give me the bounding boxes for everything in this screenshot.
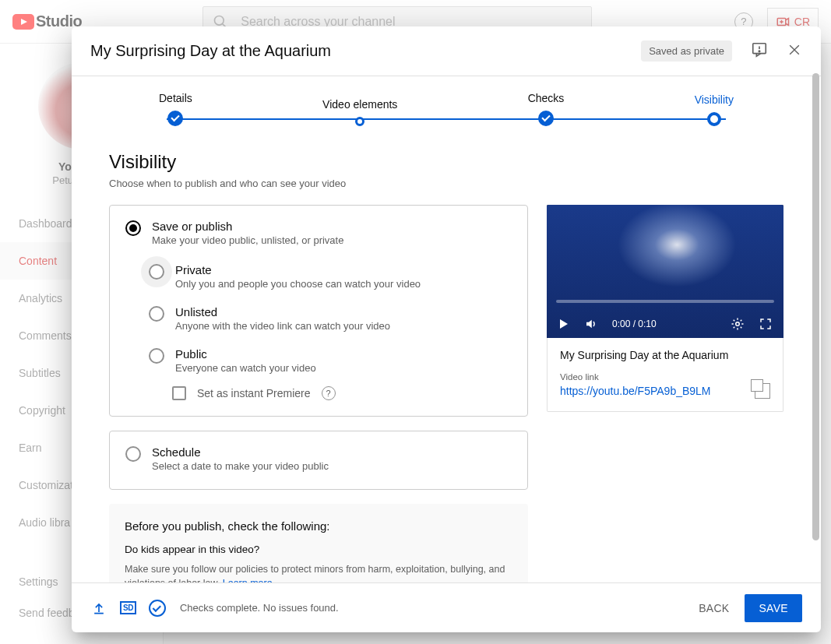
step-check-icon	[167, 111, 183, 126]
step-check-icon	[538, 111, 554, 126]
help-icon[interactable]: ?	[322, 386, 336, 400]
save-publish-card: Save or publish Make your video public, …	[109, 205, 528, 417]
upload-status-icon[interactable]	[90, 600, 107, 617]
kids-question: Do kids appear in this video?	[125, 544, 512, 555]
radio-icon	[149, 348, 164, 364]
radio-save-or-publish[interactable]: Save or publish Make your video public, …	[125, 218, 512, 248]
footer-status-message: Checks complete. No issues found.	[180, 602, 339, 614]
scrollbar-thumb[interactable]	[812, 73, 819, 540]
radio-unlisted[interactable]: Unlisted Anyone with the video link can …	[149, 304, 512, 333]
feedback-icon[interactable]	[751, 41, 768, 62]
save-publish-desc: Make your video public, unlisted, or pri…	[152, 234, 343, 246]
scrollbar[interactable]	[812, 73, 819, 578]
settings-gear-icon[interactable]	[731, 317, 745, 331]
volume-icon[interactable]	[584, 317, 598, 331]
video-link[interactable]: https://youtu.be/F5PA9b_B9LM	[560, 385, 711, 397]
video-time: 0:00 / 0:10	[612, 318, 657, 329]
schedule-desc: Select a date to make your video public	[152, 460, 329, 472]
radio-icon	[149, 264, 164, 280]
svg-point-8	[759, 51, 759, 51]
radio-icon	[125, 446, 141, 462]
preview-video-title: My Surprising Day at the Aquarium	[560, 349, 770, 361]
close-button[interactable]	[787, 42, 802, 61]
dialog-body: Visibility Choose when to publish and wh…	[72, 126, 821, 582]
stepper: Details Video elements Checks Visibility	[159, 87, 734, 126]
radio-private[interactable]: Private Only you and people you choose c…	[149, 262, 512, 291]
visibility-sub: Choose when to publish and who can see y…	[109, 178, 783, 189]
radio-public[interactable]: Public Everyone can watch your video	[149, 346, 512, 375]
dialog-header: My Surprising Day at the Aquarium Saved …	[72, 26, 821, 76]
before-publish-card: Before you publish, check the following:…	[109, 504, 528, 582]
visibility-heading: Visibility	[109, 151, 783, 173]
play-icon[interactable]	[558, 318, 570, 330]
preview-meta: My Surprising Day at the Aquarium Video …	[547, 338, 783, 412]
dialog-title: My Surprising Day at the Aquarium	[90, 42, 331, 60]
checks-status-icon[interactable]	[149, 600, 166, 617]
video-timeline[interactable]	[556, 300, 774, 303]
radio-schedule[interactable]: Schedule Select a date to make your vide…	[125, 444, 512, 473]
step-details[interactable]: Details	[159, 92, 192, 126]
copy-icon[interactable]	[755, 383, 770, 399]
step-video-elements[interactable]: Video elements	[322, 98, 397, 126]
step-active-icon	[707, 112, 721, 126]
save-state-pill: Saved as private	[641, 40, 732, 62]
premiere-checkbox-row[interactable]: Set as instant Premiere ?	[172, 386, 512, 400]
radio-icon-selected	[125, 220, 141, 236]
dialog-footer: SD Checks complete. No issues found. BAC…	[72, 582, 821, 632]
schedule-card: Schedule Select a date to make your vide…	[109, 431, 528, 490]
step-checks[interactable]: Checks	[528, 92, 565, 126]
checkbox-icon	[172, 386, 186, 400]
back-button[interactable]: BACK	[699, 602, 729, 614]
video-preview[interactable]: 0:00 / 0:10	[547, 205, 783, 338]
radio-icon	[149, 306, 164, 322]
step-dot-icon	[355, 117, 364, 126]
fullscreen-icon[interactable]	[759, 317, 773, 331]
video-link-label: Video link	[560, 372, 770, 382]
svg-point-11	[736, 322, 740, 326]
upload-dialog: My Surprising Day at the Aquarium Saved …	[72, 26, 821, 632]
save-button[interactable]: SAVE	[745, 594, 802, 622]
sd-badge[interactable]: SD	[120, 601, 136, 614]
before-publish-heading: Before you publish, check the following:	[125, 519, 512, 533]
kids-answer: Make sure you follow our policies to pro…	[125, 563, 512, 582]
step-visibility[interactable]: Visibility	[695, 93, 734, 126]
